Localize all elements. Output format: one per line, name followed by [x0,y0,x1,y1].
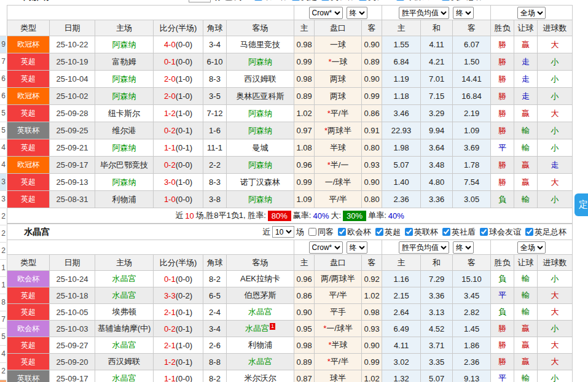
odds-history-page: 97665544332221187542 阿森纳 近10场同客欧冠杯英超英联杯英… [0,0,588,382]
away-team-link[interactable]: 利物浦 [248,340,272,349]
customize-button[interactable]: 定 [574,193,588,216]
home-cell: 水晶宫 [95,287,154,304]
league-filter-checkbox-5[interactable] [442,0,450,1]
away-team-link[interactable]: 曼城 [253,143,269,152]
recent-count-select[interactable]: 10 [272,226,294,238]
league-filter-checkbox-3[interactable] [359,0,367,1]
league-filter-label-2: 英联杯 [414,227,438,238]
eu-away-odds: 3.45 [453,287,491,304]
away-team-link[interactable]: 西汉姆联 [245,74,276,84]
home-team-link[interactable]: 水晶宫 [112,274,136,283]
league-filter-checkbox-2[interactable] [321,0,329,1]
home-team-link[interactable]: 埃弗顿 [112,307,136,316]
home-team-link[interactable]: 阿森纳 [112,40,136,49]
europe-state-select[interactable]: 终 [453,241,474,254]
home-cell: 富勒姆 [95,53,154,71]
ah-home-odds: 0.95 [294,321,315,337]
home-team-link[interactable]: 基辅迪纳摩(中) [98,324,151,333]
home-team-link[interactable]: 阿森纳 [112,92,136,101]
league-filter-checkbox-5[interactable] [525,228,533,236]
europe-odds-select[interactable]: 胜平负均值 [399,7,449,19]
eu-draw-odds: 3.35 [421,354,453,370]
home-team-link[interactable]: 纽卡斯尔 [108,109,140,118]
home-team-link[interactable]: 富勒姆 [112,57,136,66]
bookmaker-select[interactable]: Crow* [309,7,343,19]
away-team-link[interactable]: 阿森纳 [248,109,272,118]
away-team-link[interactable]: 水晶宫 [248,357,272,366]
league-filter-checkbox-3[interactable] [442,228,450,236]
eu-draw-odds: 4.11 [421,36,453,53]
away-team-link[interactable]: 阿森纳 [248,57,272,66]
date-cell: 25-10-05 [50,304,95,321]
league-filter-checkbox-4[interactable] [396,0,404,1]
away-team-link[interactable]: 诺丁汉森林 [240,177,280,187]
ah-line-cell: 两/两球半 [315,271,362,287]
league-filter-checkbox-4[interactable] [480,228,488,236]
score-cell: 2-1(1-0) [154,337,203,354]
league-cell: 欧会杯 [7,271,50,287]
league-filter-checkbox-0[interactable] [338,228,346,236]
away-team-link[interactable]: 阿森纳 [248,195,272,204]
scope-select[interactable]: 全场 [517,7,546,19]
ah-home-odds: 0.98 [294,337,315,354]
eu-home-odds: 1.18 [382,88,421,105]
halftime-score: (1-0) [176,109,192,118]
away-team-link[interactable]: 米尔沃尔 [245,373,276,382]
league-filter-checkbox-0[interactable] [254,0,262,1]
league-cell: 英超 [7,287,50,304]
handicap-state-select[interactable]: 终 [347,241,367,254]
home-team-link[interactable]: 水晶宫 [112,340,136,349]
left-strip-cell: 2 [0,242,6,259]
result-wdl-cell: 勝 [491,71,514,88]
away-team-link[interactable]: 马德里竞技 [240,40,280,49]
away-team-link[interactable]: 伯恩茅斯 [245,290,276,300]
home-team-link[interactable]: 西汉姆联 [108,357,140,366]
date-cell: 25-10-24 [50,271,95,287]
away-team-link[interactable]: 阿森纳 [248,126,272,135]
result-handicap: 輸 [522,307,530,316]
result-handicap: 贏 [522,109,530,118]
away-team-link[interactable]: 奥林匹亚科斯 [237,92,284,101]
league-filter-checkbox-1[interactable] [375,228,383,236]
home-team-link[interactable]: 毕尔巴鄂竞技 [100,160,148,170]
result-handicap-cell: 輸 [514,287,538,304]
home-team-link[interactable]: 水晶宫 [112,373,136,382]
europe-state-select[interactable]: 终 [453,7,474,19]
scope-select[interactable]: 全场 [517,241,546,254]
moved-line-star: * [327,357,331,366]
halftime-score: (0-0) [176,374,192,382]
date-cell: 25-09-27 [50,337,95,354]
left-strip-cell: 2 [0,208,6,225]
home-team-link[interactable]: 维尔港 [112,126,136,135]
recent-count-select[interactable]: 10 [189,0,211,2]
league-filter-checkbox-1[interactable] [292,0,300,1]
league-badge: 欧冠杯 [7,88,49,104]
same-venue-checkbox[interactable] [225,0,233,1]
bookmaker-select[interactable]: Crow* [309,241,343,254]
home-team-link[interactable]: 阿森纳 [112,74,136,84]
ah-line-cell: *半球 [315,337,362,354]
home-cell: 阿森纳 [95,174,154,191]
away-team-link[interactable]: 阿森纳 [248,160,272,170]
europe-odds-select[interactable]: 胜平负均值 [399,241,449,254]
eu-away-odds: 16.84 [453,88,491,105]
score-cell: 0-2(0-1) [154,321,203,337]
home-team-link[interactable]: 阿森纳 [112,177,136,187]
eu-home-odds: 3.46 [382,105,421,122]
home-cell: 毕尔巴鄂竞技 [95,157,154,174]
result-goals: 小 [551,324,559,333]
same-venue-checkbox[interactable] [308,228,316,236]
away-team-link[interactable]: 水晶宫 [245,324,269,333]
corner-cell: 7-12 [203,105,227,122]
home-team-link[interactable]: 水晶宫 [112,290,136,300]
result-wdl-cell: 負 [491,191,514,208]
league-filter-checkbox-2[interactable] [405,228,413,236]
eu-home-odds: 2.64 [382,304,421,321]
arsenal-filter-row-clipped: 阿森纳 近10场同客欧冠杯英超英联杯英社盾球会友谊英足总杯 [7,0,573,5]
home-team-link[interactable]: 利物浦 [112,195,136,204]
league-filter-label-1: 英超 [385,227,401,238]
handicap-state-select[interactable]: 终 [347,7,367,19]
away-team-link[interactable]: 水晶宫 [248,307,272,316]
away-team-link[interactable]: AEK拉纳卡 [240,274,280,283]
home-team-link[interactable]: 阿森纳 [112,143,136,152]
